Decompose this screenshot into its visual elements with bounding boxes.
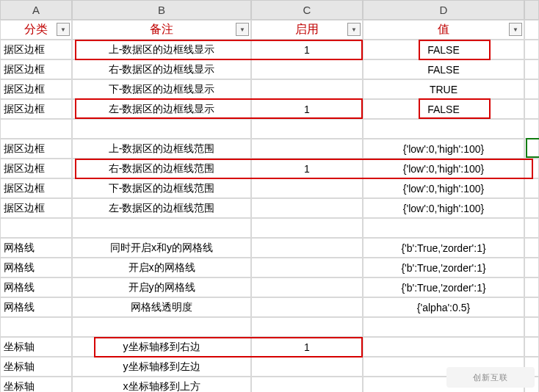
col-header-blank[interactable]	[524, 0, 539, 20]
cell-a-r9[interactable]	[0, 218, 72, 238]
cell-a-r8[interactable]: 据区边框	[0, 198, 72, 218]
cell-d-r8[interactable]: {'low':0,'high':100}	[363, 198, 524, 218]
cell-a-r16[interactable]: 坐标轴	[0, 357, 72, 377]
cell-e-r4[interactable]	[524, 119, 539, 139]
filter-dropdown-icon[interactable]	[57, 23, 70, 36]
cell-d-r2[interactable]: TRUE	[363, 79, 524, 99]
cell-a-r13[interactable]: 网格线	[0, 297, 72, 317]
cell-e-r8[interactable]	[524, 198, 539, 218]
filter-dropdown-icon[interactable]	[347, 23, 361, 36]
cell-b-r2[interactable]: 下-数据区的边框线显示	[72, 79, 251, 99]
col-header-c[interactable]: C	[251, 0, 363, 20]
cell-d-r11[interactable]: {'b':True,'zorder':1}	[363, 258, 524, 277]
header-a[interactable]: 分类	[0, 20, 72, 40]
cell-b-r16[interactable]: y坐标轴移到左边	[72, 357, 251, 377]
cell-d-r14[interactable]	[363, 317, 524, 337]
cell-e-r12[interactable]	[524, 277, 539, 297]
cell-a-r12[interactable]: 网格线	[0, 277, 72, 297]
cell-c-r4[interactable]	[251, 119, 363, 139]
cell-d-r0[interactable]: FALSE	[363, 40, 524, 59]
header-d[interactable]: 值	[363, 20, 524, 40]
cell-b-r11[interactable]: 开启x的网格线	[72, 258, 251, 277]
cell-c-r15[interactable]: 1	[251, 337, 363, 357]
cell-b-r8[interactable]: 左-数据区的边框线范围	[72, 198, 251, 218]
col-header-a[interactable]: A	[0, 0, 72, 20]
cell-c-r5[interactable]	[251, 139, 363, 159]
cell-a-r5[interactable]: 据区边框	[0, 139, 72, 159]
filter-dropdown-icon[interactable]	[236, 23, 249, 36]
cell-d-r7[interactable]: {'low':0,'high':100}	[363, 178, 524, 198]
cell-a-r15[interactable]: 坐标轴	[0, 337, 72, 357]
cell-c-r0[interactable]: 1	[251, 40, 363, 59]
cell-d-r6[interactable]: {'low':0,'high':100}	[363, 159, 524, 178]
cell-b-r6[interactable]: 右-数据区的边框线范围	[72, 159, 251, 178]
cell-c-r14[interactable]	[251, 317, 363, 337]
cell-a-r4[interactable]	[0, 119, 72, 139]
cell-b-r17[interactable]: x坐标轴移到上方	[72, 377, 251, 392]
active-cell-marker	[526, 138, 539, 158]
cell-b-r15[interactable]: y坐标轴移到右边	[72, 337, 251, 357]
cell-a-r3[interactable]: 据区边框	[0, 99, 72, 119]
cell-e-r14[interactable]	[524, 317, 539, 337]
cell-e-r2[interactable]	[524, 79, 539, 99]
cell-a-r7[interactable]: 据区边框	[0, 178, 72, 198]
col-header-b[interactable]: B	[72, 0, 251, 20]
cell-c-r7[interactable]	[251, 178, 363, 198]
cell-c-r8[interactable]	[251, 198, 363, 218]
cell-b-r14[interactable]	[72, 317, 251, 337]
cell-d-r3[interactable]: FALSE	[363, 99, 524, 119]
cell-b-r12[interactable]: 开启y的网格线	[72, 277, 251, 297]
filter-dropdown-icon[interactable]	[509, 23, 522, 36]
cell-b-r13[interactable]: 网格线透明度	[72, 297, 251, 317]
cell-d-r1[interactable]: FALSE	[363, 59, 524, 79]
cell-d-r10[interactable]: {'b':True,'zorder':1}	[363, 238, 524, 258]
cell-c-r13[interactable]	[251, 297, 363, 317]
cell-c-r3[interactable]: 1	[251, 99, 363, 119]
cell-d-r4[interactable]	[363, 119, 524, 139]
cell-a-r1[interactable]: 据区边框	[0, 59, 72, 79]
cell-b-r7[interactable]: 下-数据区的边框线范围	[72, 178, 251, 198]
cell-e-r10[interactable]	[524, 238, 539, 258]
cell-d-r12[interactable]: {'b':True,'zorder':1}	[363, 277, 524, 297]
cell-a-r0[interactable]: 据区边框	[0, 40, 72, 59]
cell-c-r12[interactable]	[251, 277, 363, 297]
cell-c-r9[interactable]	[251, 218, 363, 238]
cell-e-r13[interactable]	[524, 297, 539, 317]
cell-e-r7[interactable]	[524, 178, 539, 198]
cell-c-r1[interactable]	[251, 59, 363, 79]
cell-b-r10[interactable]: 同时开启x和y的网格线	[72, 238, 251, 258]
cell-b-r4[interactable]	[72, 119, 251, 139]
cell-b-r1[interactable]: 右-数据区的边框线显示	[72, 59, 251, 79]
cell-e-r6[interactable]	[524, 159, 539, 178]
cell-b-r5[interactable]: 上-数据区的边框线范围	[72, 139, 251, 159]
cell-d-r5[interactable]: {'low':0,'high':100}	[363, 139, 524, 159]
cell-a-r11[interactable]: 网格线	[0, 258, 72, 277]
cell-a-r6[interactable]: 据区边框	[0, 159, 72, 178]
cell-c-r2[interactable]	[251, 79, 363, 99]
cell-d-r9[interactable]	[363, 218, 524, 238]
cell-a-r14[interactable]	[0, 317, 72, 337]
cell-e-r1[interactable]	[524, 59, 539, 79]
cell-e-r0[interactable]	[524, 40, 539, 59]
cell-c-r17[interactable]	[251, 377, 363, 392]
cell-e-r3[interactable]	[524, 99, 539, 119]
col-header-d[interactable]: D	[363, 0, 524, 20]
cell-a-r17[interactable]: 坐标轴	[0, 377, 72, 392]
header-b[interactable]: 备注	[72, 20, 251, 40]
cell-e-r9[interactable]	[524, 218, 539, 238]
cell-c-r11[interactable]	[251, 258, 363, 277]
cell-b-r3[interactable]: 左-数据区的边框线显示	[72, 99, 251, 119]
cell-d-r13[interactable]: {'alpha':0.5}	[363, 297, 524, 317]
cell-c-r6[interactable]: 1	[251, 159, 363, 178]
cell-d-r15[interactable]	[363, 337, 524, 357]
cell-e-r11[interactable]	[524, 258, 539, 277]
watermark-logo: 创新互联	[446, 367, 535, 388]
cell-e-r15[interactable]	[524, 337, 539, 357]
cell-c-r16[interactable]	[251, 357, 363, 377]
cell-a-r10[interactable]: 网格线	[0, 238, 72, 258]
cell-c-r10[interactable]	[251, 238, 363, 258]
cell-a-r2[interactable]: 据区边框	[0, 79, 72, 99]
cell-b-r9[interactable]	[72, 218, 251, 238]
cell-b-r0[interactable]: 上-数据区的边框线显示	[72, 40, 251, 59]
header-c[interactable]: 启用	[251, 20, 363, 40]
